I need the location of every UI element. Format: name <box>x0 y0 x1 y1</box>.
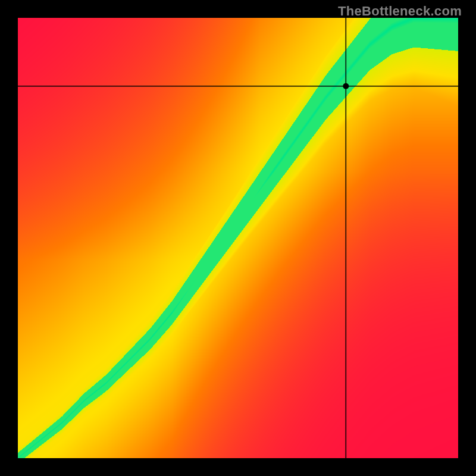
heatmap-canvas <box>18 18 458 458</box>
heatmap-plot <box>18 18 458 458</box>
attribution-label: TheBottleneck.com <box>338 4 462 19</box>
